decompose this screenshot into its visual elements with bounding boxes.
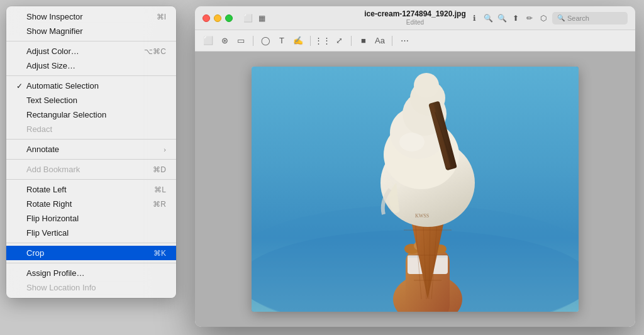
menu-separator (6, 263, 176, 263)
menu-separator (6, 41, 176, 41)
titlebar-center: ice-cream-1274894_1920.jpg Edited (364, 9, 465, 26)
menu-item-flip-horizontal[interactable]: Flip Horizontal (6, 211, 176, 226)
menu-item-rectangular-selection[interactable]: Rectangular Selection (6, 107, 176, 122)
menu-label-show-inspector: Show Inspector (26, 12, 83, 21)
menu-label-flip-vertical: Flip Vertical (26, 228, 69, 238)
color-icon[interactable]: ■ (357, 34, 370, 48)
menu-label-rectangular-selection: Rectangular Selection (26, 110, 106, 119)
titlebar: ⬜ ▦ ice-cream-1274894_1920.jpg Edited ℹ … (195, 6, 635, 30)
thumbnail-icon[interactable]: ▦ (257, 13, 267, 23)
maximize-button[interactable] (225, 14, 233, 22)
traffic-lights (203, 14, 233, 22)
menu-item-rotate-right[interactable]: Rotate Right⌘R (6, 197, 176, 211)
context-menu: Show Inspector⌘IShow MagnifierAdjust Col… (6, 6, 176, 298)
menu-item-flip-vertical[interactable]: Flip Vertical (6, 226, 176, 240)
more-icon[interactable]: ⋯ (397, 34, 411, 48)
sep (253, 36, 253, 46)
info-icon[interactable]: ℹ (469, 13, 479, 23)
sep3 (351, 36, 352, 46)
menu-label-show-magnifier: Show Magnifier (26, 26, 83, 36)
submenu-arrow-annotate: › (164, 146, 166, 153)
shortcut-crop: ⌘K (153, 249, 166, 258)
search-box[interactable]: 🔍 Search (552, 12, 628, 25)
menu-label-annotate: Annotate (26, 145, 59, 154)
menu-separator (6, 159, 176, 160)
sidebar-toggle-icon[interactable]: ⬜ (243, 13, 253, 23)
rect-select-icon[interactable]: ▭ (234, 34, 248, 48)
sep4 (392, 36, 392, 46)
sign-icon[interactable]: ✍ (291, 34, 305, 48)
svg-point-31 (399, 133, 425, 151)
menu-item-adjust-size[interactable]: Adjust Size… (6, 58, 176, 73)
menu-item-show-location-info: Show Location Info (6, 280, 176, 295)
menu-label-crop: Crop (26, 248, 44, 258)
subtitle-label: Edited (406, 19, 424, 26)
titlebar-right-icons: ℹ 🔍 🔍 ⬆ ✏ ⬡ 🔍 Search (469, 12, 628, 25)
menu-separator (6, 179, 176, 180)
shortcut-add-bookmark: ⌘D (153, 165, 166, 174)
shapes-icon[interactable]: ◯ (258, 34, 272, 48)
menu-label-redact: Redact (26, 124, 52, 134)
menu-item-add-bookmark: Add Bookmark⌘D (6, 162, 176, 177)
menu-item-crop[interactable]: Crop⌘K (6, 246, 176, 260)
zoom-out-icon[interactable]: 🔍 (483, 13, 493, 23)
airplay-icon[interactable]: ⬡ (538, 13, 548, 23)
menu-item-show-magnifier[interactable]: Show Magnifier (6, 24, 176, 38)
menu-item-redact: Redact (6, 122, 176, 136)
toolbar: ⬜ ⊛ ▭ ◯ T ✍ ⋮⋮ ⤢ ■ Aa ⋯ (195, 30, 635, 52)
ice-cream-image: KWSS (252, 67, 579, 312)
checkmark-automatic-selection: ✓ (16, 82, 25, 91)
search-icon: 🔍 (557, 14, 565, 21)
menu-label-automatic-selection: Automatic Selection (26, 81, 99, 91)
menu-label-rotate-right: Rotate Right (26, 199, 72, 209)
menu-label-text-selection: Text Selection (26, 96, 77, 105)
shortcut-show-inspector: ⌘I (157, 13, 166, 21)
titlebar-left-icons: ⬜ ▦ (243, 13, 267, 23)
menu-item-rotate-left[interactable]: Rotate Left⌘L (6, 182, 176, 197)
menu-item-show-inspector[interactable]: Show Inspector⌘I (6, 9, 176, 24)
menu-separator (6, 243, 176, 243)
svg-text:KWSS: KWSS (415, 213, 429, 219)
font-icon[interactable]: Aa (373, 34, 387, 48)
shortcut-rotate-left: ⌘L (154, 185, 166, 194)
menu-label-adjust-color: Adjust Color… (26, 47, 79, 56)
menu-label-flip-horizontal: Flip Horizontal (26, 214, 79, 223)
grid-icon[interactable]: ⋮⋮ (316, 34, 330, 48)
content-area: KWSS (195, 52, 635, 327)
filename-label: ice-cream-1274894_1920.jpg (364, 9, 465, 18)
share-icon[interactable]: ⬆ (511, 13, 521, 23)
sep2 (310, 36, 311, 46)
search-placeholder: Search (567, 14, 589, 22)
menu-label-assign-profile: Assign Profile… (26, 268, 84, 278)
markup-icon[interactable]: ✏ (525, 13, 535, 23)
menu-label-rotate-left: Rotate Left (26, 185, 67, 194)
image-display: KWSS (252, 67, 579, 312)
menu-item-adjust-color[interactable]: Adjust Color…⌥⌘C (6, 44, 176, 58)
menu-item-automatic-selection[interactable]: ✓Automatic Selection (6, 79, 176, 93)
fit-icon[interactable]: ⤢ (332, 34, 346, 48)
menu-label-adjust-size: Adjust Size… (26, 61, 75, 70)
text-icon[interactable]: T (275, 34, 289, 48)
lasso-icon[interactable]: ⊛ (218, 34, 231, 48)
preview-window: ⬜ ▦ ice-cream-1274894_1920.jpg Edited ℹ … (195, 6, 635, 327)
zoom-in-icon[interactable]: 🔍 (497, 13, 507, 23)
menu-separator (6, 75, 176, 76)
shortcut-adjust-color: ⌥⌘C (144, 47, 166, 56)
close-button[interactable] (203, 14, 210, 22)
shortcut-rotate-right: ⌘R (153, 200, 166, 209)
menu-separator (6, 139, 176, 140)
menu-label-show-location-info: Show Location Info (26, 283, 96, 292)
menu-item-assign-profile[interactable]: Assign Profile… (6, 266, 176, 280)
menu-label-add-bookmark: Add Bookmark (26, 165, 80, 174)
minimize-button[interactable] (214, 14, 221, 22)
menu-item-text-selection[interactable]: Text Selection (6, 93, 176, 107)
svg-point-26 (414, 73, 439, 98)
select-tool-icon[interactable]: ⬜ (201, 34, 215, 48)
menu-item-annotate[interactable]: Annotate› (6, 142, 176, 157)
